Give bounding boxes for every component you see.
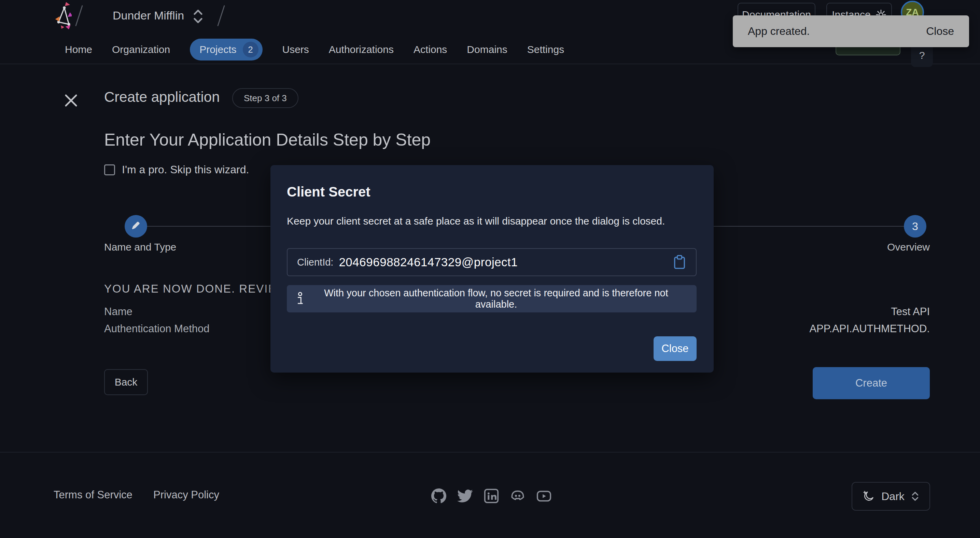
theme-switch-chevrons-icon [911,490,920,503]
back-button[interactable]: Back [104,369,148,395]
nav-tab-organization[interactable]: Organization [112,44,170,55]
stepper-step1-circle [125,215,147,238]
copy-client-id-button[interactable] [673,255,686,270]
info-banner: With your chosen authentication flow, no… [287,285,697,313]
skip-wizard-label: I'm a pro. Skip this wizard. [122,163,249,176]
nav-tab-home[interactable]: Home [65,44,92,55]
client-id-value: 204696988246147329@project1 [339,255,518,269]
zitadel-logo-icon[interactable] [55,2,72,30]
theme-label: Dark [881,490,905,503]
review-section-heading: YOU ARE NOW DONE. REVIEW [104,283,288,295]
social-links [431,488,552,504]
nav-tab-projects-active[interactable]: Projects 2 [190,38,262,61]
moon-icon [862,490,875,503]
theme-selector[interactable]: Dark [852,482,930,511]
close-wizard-icon[interactable] [62,92,80,109]
toast-close-button[interactable]: Close [926,25,954,38]
youtube-icon[interactable] [536,488,552,504]
discord-icon[interactable] [510,488,525,504]
nav-tab-projects-label: Projects [199,44,236,55]
nav-tab-domains[interactable]: Domains [467,44,507,55]
nav-divider [0,64,980,64]
projects-count-badge: 2 [243,42,258,57]
dialog-close-button[interactable]: Close [654,336,697,361]
nav-tab-users[interactable]: Users [282,44,309,55]
review-name-value: Test API [891,306,930,318]
create-button[interactable]: Create [813,367,930,399]
page-title: Create application [104,89,220,105]
twitter-icon[interactable] [457,488,473,504]
footer: Terms of Service Privacy Policy [0,452,980,538]
wizard-heading: Enter Your Application Details Step by S… [104,130,431,150]
privacy-policy-link[interactable]: Privacy Policy [153,489,219,501]
info-icon [296,292,305,306]
org-selector[interactable]: Dunder Mifflin [113,9,184,22]
app-root: Dunder Mifflin Documentation Instance ZA [0,0,980,538]
breadcrumb-slash [217,5,225,26]
github-icon[interactable] [431,488,447,504]
help-button[interactable]: ? [911,44,933,67]
breadcrumb-slash [75,5,83,26]
skip-wizard-checkbox[interactable] [104,164,115,176]
stepper-step1-label: Name and Type [104,241,176,253]
client-id-field: ClientId: 204696988246147329@project1 [287,248,697,276]
org-switch-chevrons-icon[interactable] [192,8,204,25]
client-id-label: ClientId: [297,257,333,268]
nav-tab-settings[interactable]: Settings [527,44,564,55]
review-name-label: Name [104,306,132,318]
toast-notification: App created. Close [733,15,969,47]
dialog-description: Keep your client secret at a safe place … [287,216,697,227]
linkedin-icon[interactable] [484,488,499,504]
step-indicator-pill: Step 3 of 3 [232,88,298,108]
toast-message: App created. [748,25,810,38]
dialog-title: Client Secret [287,184,697,200]
skip-wizard-checkbox-row[interactable]: I'm a pro. Skip this wizard. [104,163,249,176]
nav-tab-actions[interactable]: Actions [414,44,447,55]
stepper-step3-label: Overview [887,241,930,253]
clipboard-copy-icon [673,255,686,270]
review-authmethod-label: Authentication Method [104,322,210,335]
nav-tab-authorizations[interactable]: Authorizations [329,44,394,55]
review-authmethod-value: APP.API.AUTHMETHOD. [809,322,930,335]
terms-of-service-link[interactable]: Terms of Service [54,489,132,501]
stepper-step3-circle: 3 [904,215,926,238]
pencil-icon [130,221,142,232]
info-banner-text: With your chosen authentication flow, no… [305,287,688,310]
main-nav: Home Organization Projects 2 Users Autho… [65,38,564,61]
client-secret-dialog: Client Secret Keep your client secret at… [270,165,714,373]
